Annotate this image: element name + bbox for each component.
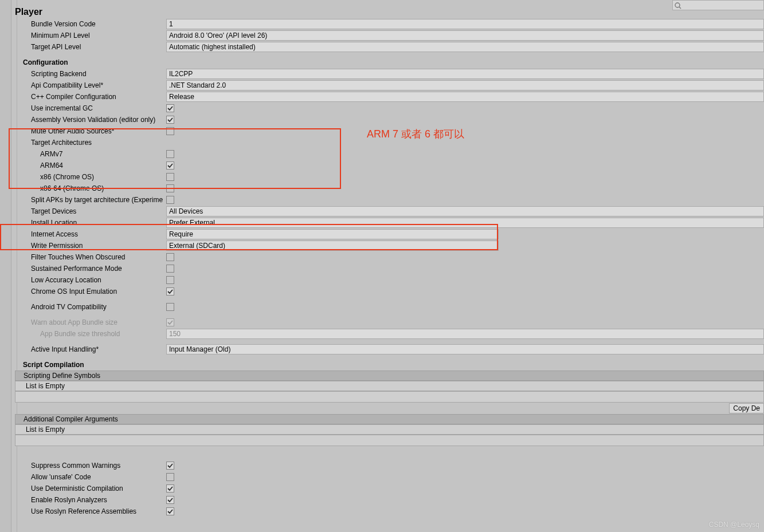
watermark: CSDN @Leoysq bbox=[709, 521, 759, 529]
additional-args-empty: List is Empty bbox=[15, 424, 764, 435]
active-input-dropdown[interactable]: Input Manager (Old) bbox=[166, 344, 764, 354]
android-tv-label: Android TV Compatibility bbox=[15, 303, 166, 311]
allow-unsafe-checkbox[interactable] bbox=[166, 473, 174, 481]
x86-checkbox[interactable] bbox=[166, 173, 174, 181]
active-input-label: Active Input Handling* bbox=[15, 345, 166, 353]
sustained-perf-label: Sustained Performance Mode bbox=[15, 265, 166, 273]
arm64-label: ARM64 bbox=[15, 161, 166, 170]
incremental-gc-checkbox[interactable] bbox=[166, 104, 174, 112]
copy-defines-button[interactable]: Copy De bbox=[729, 403, 764, 413]
target-api-label: Target API Level bbox=[15, 43, 166, 51]
bundle-threshold-field: 150 bbox=[166, 329, 764, 339]
roslyn-analyzers-checkbox[interactable] bbox=[166, 496, 174, 504]
api-compat-dropdown[interactable]: .NET Standard 2.0 bbox=[166, 80, 764, 90]
suppress-warnings-checkbox[interactable] bbox=[166, 462, 174, 470]
x86-64-checkbox[interactable] bbox=[166, 184, 174, 192]
configuration-heading: Configuration bbox=[15, 58, 166, 66]
android-tv-checkbox[interactable] bbox=[166, 303, 174, 311]
roslyn-analyzers-label: Enable Roslyn Analyzers bbox=[15, 496, 166, 504]
x86-label: x86 (Chrome OS) bbox=[15, 173, 166, 181]
bvc-label: Bundle Version Code bbox=[15, 20, 166, 28]
chrome-input-checkbox[interactable] bbox=[166, 287, 174, 295]
script-compilation-heading: Script Compilation bbox=[15, 361, 166, 369]
target-api-dropdown[interactable]: Automatic (highest installed) bbox=[166, 42, 764, 52]
deterministic-label: Use Deterministic Compilation bbox=[15, 484, 166, 492]
target-arch-label: Target Architectures bbox=[15, 139, 166, 147]
bvc-field[interactable]: 1 bbox=[166, 19, 764, 29]
min-api-dropdown[interactable]: Android 8.0 'Oreo' (API level 26) bbox=[166, 30, 764, 41]
chrome-input-label: Chrome OS Input Emulation bbox=[15, 287, 166, 295]
roslyn-reference-label: Use Roslyn Reference Assemblies bbox=[15, 507, 166, 515]
internet-access-dropdown[interactable]: Require bbox=[166, 229, 499, 239]
x86-64-label: x86-64 (Chrome OS) bbox=[15, 184, 166, 192]
write-permission-label: Write Permission bbox=[15, 242, 166, 250]
min-api-label: Minimum API Level bbox=[15, 31, 166, 40]
additional-args-bar bbox=[15, 435, 764, 446]
target-devices-label: Target Devices bbox=[15, 207, 166, 215]
api-compat-label: Api Compatibility Level* bbox=[15, 81, 166, 89]
scripting-backend-label: Scripting Backend bbox=[15, 70, 166, 78]
internet-access-label: Internet Access bbox=[15, 230, 166, 238]
filter-touches-checkbox[interactable] bbox=[166, 253, 174, 261]
suppress-warnings-label: Suppress Common Warnings bbox=[15, 462, 166, 470]
scripting-backend-dropdown[interactable]: IL2CPP bbox=[166, 69, 764, 79]
split-apks-label: Split APKs by target architecture (Exper… bbox=[15, 196, 166, 204]
write-permission-dropdown[interactable]: External (SDCard) bbox=[166, 241, 499, 251]
split-apks-checkbox[interactable] bbox=[166, 196, 174, 204]
page-title: Player bbox=[15, 7, 42, 17]
install-location-label: Install Location bbox=[15, 219, 166, 227]
low-accuracy-checkbox[interactable] bbox=[166, 276, 174, 284]
assembly-validation-label: Assembly Version Validation (editor only… bbox=[15, 116, 166, 124]
svg-point-0 bbox=[675, 3, 680, 7]
install-location-dropdown[interactable]: Prefer External bbox=[166, 218, 764, 228]
warn-bundle-checkbox bbox=[166, 318, 174, 326]
mute-audio-checkbox[interactable] bbox=[166, 127, 174, 135]
search-input[interactable] bbox=[672, 0, 764, 10]
roslyn-reference-checkbox[interactable] bbox=[166, 507, 174, 515]
armv7-label: ARMv7 bbox=[15, 150, 166, 158]
incremental-gc-label: Use incremental GC bbox=[15, 104, 166, 112]
define-symbols-bar bbox=[15, 391, 764, 403]
assembly-validation-checkbox[interactable] bbox=[166, 116, 174, 124]
annotation-text: ARM 7 或者 6 都可以 bbox=[367, 127, 464, 141]
deterministic-checkbox[interactable] bbox=[166, 484, 174, 492]
define-symbols-empty: List is Empty bbox=[15, 381, 764, 391]
target-devices-dropdown[interactable]: All Devices bbox=[166, 206, 764, 216]
allow-unsafe-label: Allow 'unsafe' Code bbox=[15, 473, 166, 481]
additional-args-header: Additional Compiler Arguments bbox=[15, 414, 764, 424]
low-accuracy-label: Low Accuracy Location bbox=[15, 276, 166, 284]
bundle-threshold-label: App Bundle size threshold bbox=[15, 330, 166, 338]
define-symbols-header: Scripting Define Symbols bbox=[15, 371, 764, 381]
warn-bundle-label: Warn about App Bundle size bbox=[15, 318, 166, 326]
sustained-perf-checkbox[interactable] bbox=[166, 265, 174, 273]
cpp-compiler-dropdown[interactable]: Release bbox=[166, 92, 764, 102]
mute-audio-label: Mute Other Audio Sources* bbox=[15, 127, 166, 135]
arm64-checkbox[interactable] bbox=[166, 161, 174, 170]
cpp-compiler-label: C++ Compiler Configuration bbox=[15, 93, 166, 101]
filter-touches-label: Filter Touches When Obscured bbox=[15, 253, 166, 261]
svg-line-1 bbox=[679, 7, 681, 9]
armv7-checkbox[interactable] bbox=[166, 150, 174, 158]
